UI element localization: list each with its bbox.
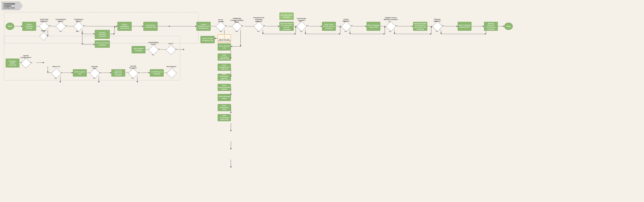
flowchart-canvas: Create/Update Company (Activity Level) S… xyxy=(0,0,644,202)
enter-message-setup[interactable]: Enter Message Setup xyxy=(218,94,231,101)
enter-distribution-data[interactable]: Enter Distribution Data xyxy=(218,104,231,111)
label-yes-inconsistency1: Yes xyxy=(58,21,60,22)
label-no-add-modify: No xyxy=(234,21,236,22)
enter-fixed-assets-info[interactable]: Enter Fixed Assets Info per Company xyxy=(322,22,336,31)
header-label: Create/Update Company (Activity Level) xyxy=(2,1,23,10)
label-yes-payment: Yes xyxy=(434,21,437,22)
specify-payment-formats[interactable]: Specify Payment Formats per Company xyxy=(484,22,498,31)
cost-allocation-company[interactable]: Cost Allocation Company xyxy=(280,12,294,20)
enter-distribution-specific-address[interactable]: Enter Distribution Specific Address Info xyxy=(218,74,231,81)
enter-accounting-rules-info[interactable]: Enter Accounting Rules Info xyxy=(218,114,231,121)
label-yes-create-new: Yes xyxy=(40,21,43,22)
use-difference-template[interactable]: Use Difference Template xyxy=(150,69,164,77)
enter-company-payment-info[interactable]: Enter Company Payment Info xyxy=(458,22,472,31)
label-yes-invoice: Yes xyxy=(344,21,346,22)
label-no-company-source: No xyxy=(76,30,78,32)
stop-node: Stop xyxy=(504,23,513,30)
enter-periodical-cost-allocation[interactable]: Enter Periodical Cost Allocation Info pe… xyxy=(280,22,294,31)
enter-communication-method[interactable]: Enter Communication Method xyxy=(218,84,231,91)
label-yes-company-source: Yes xyxy=(76,21,78,22)
label-yes-periodical: Yes xyxy=(256,21,258,22)
start-node: Start xyxy=(6,23,14,30)
choose-existing-company[interactable]: Choose Existing Company xyxy=(95,40,110,48)
specify-posting-authorization[interactable]: Specify Posting Authorization Informatio… xyxy=(413,22,427,31)
about-inter-site-address[interactable]: ! About Inter-Site Address Handling xyxy=(218,34,231,42)
label-yes-fixed: Yes xyxy=(299,21,301,22)
enter-company-address-info[interactable]: Enter Company Address Info xyxy=(218,54,231,61)
label-no-errors: No xyxy=(222,21,224,22)
configure-update-company[interactable]: Configure Update Company xyxy=(6,59,20,68)
define-company-identity[interactable]: Define Company Identity xyxy=(22,22,36,31)
setup-basic-company-data[interactable]: Setup Basic Company Data xyxy=(144,22,158,31)
select-languages-source[interactable]: Select Languages from Source xyxy=(118,22,132,31)
check-create-company-log[interactable]: Check Create Company Log xyxy=(200,36,215,43)
enter-general-info[interactable]: Enter General Info xyxy=(218,43,231,50)
start-update-company[interactable]: Start Update Company xyxy=(132,46,146,53)
select-logical-unit[interactable]: Select Logical Unit xyxy=(73,69,87,77)
create-company-all-components[interactable]: Create Company in All Components xyxy=(196,22,210,31)
generate-difference-template[interactable]: Generate Difference Template xyxy=(112,69,125,77)
enter-company-tax-code-info[interactable]: Enter Company Tax Code Info xyxy=(218,64,231,71)
company-invoice-info[interactable]: Enter Company Invoice Info xyxy=(366,22,380,31)
label-yes-supplier: Yes xyxy=(388,21,390,22)
choose-company-template[interactable]: Choose Company Template xyxy=(95,30,110,39)
